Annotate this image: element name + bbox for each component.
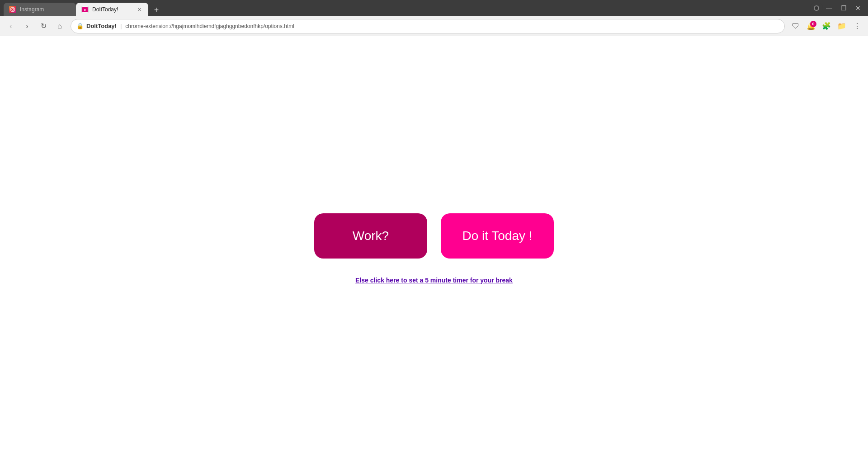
close-button[interactable]: ✕ xyxy=(852,2,864,14)
bookmarks-button[interactable]: 📁 xyxy=(835,19,849,33)
nav-bar: ‹ › ↻ ⌂ 🔒 DoItToday! | chrome-extension:… xyxy=(0,16,868,36)
address-separator: | xyxy=(120,23,122,29)
work-button[interactable]: Work? xyxy=(314,213,427,259)
address-bar[interactable]: 🔒 DoItToday! | chrome-extension://hgajmo… xyxy=(71,19,785,33)
reload-button[interactable]: ↻ xyxy=(36,19,51,33)
tab-close-button[interactable]: ✕ xyxy=(136,6,143,13)
recording-indicator xyxy=(810,2,823,14)
forward-button[interactable]: › xyxy=(20,19,34,33)
shield-button[interactable]: 🛡 xyxy=(788,19,803,33)
break-timer-link[interactable]: Else click here to set a 5 minute timer … xyxy=(355,277,513,284)
action-buttons-row: Work? Do it Today ! xyxy=(314,213,554,259)
security-icon: 🔒 xyxy=(76,23,84,29)
window-controls: — ❐ ✕ xyxy=(823,2,864,14)
doittoday-favicon: D xyxy=(81,6,89,13)
notification-badge: 0 xyxy=(810,21,816,27)
svg-point-2 xyxy=(14,8,14,9)
extensions-button[interactable]: 🧩 xyxy=(819,19,834,33)
do-it-today-button[interactable]: Do it Today ! xyxy=(441,213,554,259)
tab-doittoday[interactable]: D DoItToday! ✕ xyxy=(76,3,148,16)
tab-group: Instagram D DoItToday! ✕ + xyxy=(4,0,810,16)
maximize-button[interactable]: ❐ xyxy=(837,2,850,14)
notification-button[interactable]: 🔔 0 xyxy=(804,19,818,33)
tab-instagram-title: Instagram xyxy=(20,6,71,13)
recording-dot xyxy=(814,5,819,11)
home-button[interactable]: ⌂ xyxy=(52,19,67,33)
tab-doittoday-title: DoItToday! xyxy=(92,6,132,13)
svg-text:D: D xyxy=(84,9,86,11)
menu-button[interactable]: ⋮ xyxy=(850,19,864,33)
address-url: chrome-extension://hgajmomlhdiemdfgjaghg… xyxy=(125,23,779,29)
instagram-favicon xyxy=(9,6,16,13)
minimize-button[interactable]: — xyxy=(823,2,835,14)
back-button[interactable]: ‹ xyxy=(4,19,18,33)
page-content: Work? Do it Today ! Else click here to s… xyxy=(0,36,868,461)
svg-rect-0 xyxy=(11,8,14,11)
browser-window: Instagram D DoItToday! ✕ + xyxy=(0,0,868,461)
nav-right: 🛡 🔔 0 🧩 📁 ⋮ xyxy=(788,19,864,33)
site-name: DoItToday! xyxy=(86,23,117,29)
tab-instagram[interactable]: Instagram xyxy=(4,3,76,16)
title-bar: Instagram D DoItToday! ✕ + xyxy=(0,0,868,16)
new-tab-button[interactable]: + xyxy=(150,4,163,16)
svg-point-1 xyxy=(12,9,14,10)
